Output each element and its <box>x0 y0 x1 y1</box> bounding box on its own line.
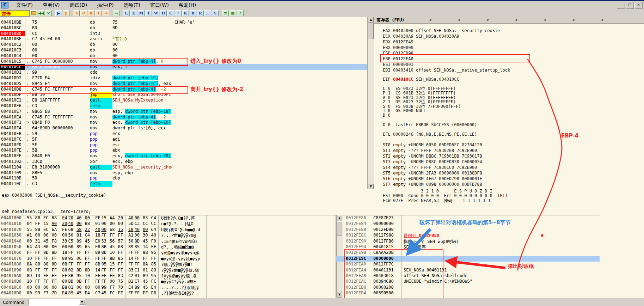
disassembly-pane[interactable]: 004010BB75db75CHAR 'u'004010BCBDdbBD0040… <box>0 17 368 189</box>
disasm-row[interactable]: 004010BE.C7 45 E4 00ascii"苔?,0 <box>0 36 368 42</box>
disasm-row[interactable]: 0040110B.5Dpopebp <box>0 176 368 181</box>
disasm-row[interactable]: 004010FD.5Epopesi <box>0 142 368 148</box>
restart-icon[interactable]: ◀◀ <box>38 10 44 16</box>
stack-row[interactable]: 0012FEB400390500 <box>336 290 600 296</box>
dump-row[interactable]: 0040101004FF15A0204000B8010000005DC3CCCC… <box>0 221 336 227</box>
pause-icon[interactable]: || <box>63 10 69 16</box>
chevron-down-icon[interactable]: ▼ <box>79 299 85 305</box>
disasm-row[interactable]: 004010FC.5Fpopedi <box>0 137 368 142</box>
disasm-row[interactable]: 004010D1.99cdq <box>0 70 368 75</box>
toolbar-letter-...[interactable]: ... <box>204 10 211 16</box>
step-over-icon[interactable]: ↵ <box>80 10 87 16</box>
step-into-icon[interactable]: ↴ <box>73 10 80 16</box>
go-to-icon[interactable]: → <box>113 10 119 16</box>
log-options-icon[interactable]: ≡ <box>222 10 229 16</box>
toolbar-letter-S[interactable]: S <box>212 10 219 16</box>
minimize-button[interactable]: _ <box>617 2 625 9</box>
chevron-left-icon[interactable]: < <box>486 18 489 23</box>
stack-row[interactable]: 0012FE98C8AAA2DB <box>336 250 600 256</box>
stack-row[interactable]: 0012FEA00012FF7C <box>336 262 600 267</box>
toolbar-letter-B[interactable]: B <box>190 10 196 16</box>
menu-item-文[interactable]: 文件(F) <box>11 1 38 9</box>
dump-row[interactable]: 004010900BFFFFFF88028B8D14FFFFFF83C10189… <box>0 268 336 273</box>
scroll-up-icon[interactable]: ▲ <box>368 17 374 23</box>
stack-row[interactable]: 0012FE900012FFB0指向下一个 SEH 记录的指针 <box>336 239 600 244</box>
menu-item-调[interactable]: 调试(D) <box>65 1 92 9</box>
toolbar-letter-M[interactable]: M <box>138 10 145 16</box>
dump-row[interactable]: 004010A08D14FFFFFF8B9510FFFFFF83C2018995… <box>0 273 336 279</box>
dump-row[interactable]: 0040107010FFFFFF89950CFFFFFF8B8514FFFFFF… <box>0 256 336 262</box>
disasm-row[interactable]: 00401109.8BE5movesp, ebp <box>0 170 368 176</box>
menu-item-查[interactable]: 查看(V) <box>38 1 65 9</box>
trace-into-icon[interactable]: ⇊ <box>88 10 94 16</box>
appearance-icon[interactable]: ▦ <box>229 10 236 16</box>
scroll-down-icon[interactable]: ▼ <box>368 184 374 189</box>
disasm-row[interactable]: 004010C400db00 <box>0 53 368 59</box>
dump-row[interactable]: 004010808A88888D0BFFFFFF8B9515FFFFFF8A85… <box>0 262 336 267</box>
dump-row[interactable]: 00401000558BEC68F4204000FF15A420400083C4… <box>0 215 336 221</box>
disasm-row[interactable]: 004010F1>8B4D F0movecx, dword ptr [ebp-1… <box>0 120 368 126</box>
menu-item-帮[interactable]: 帮助(H) <box>174 1 201 9</box>
disasm-row[interactable]: 004010D8.C745 FC FEFFFFFFmovdword ptr [e… <box>0 87 368 92</box>
stack-row[interactable]: 0012FE880012FD98 <box>336 227 600 233</box>
disasm-row[interactable]: 004010FF.8B4D E0movecx, dword ptr [ebp-2… <box>0 153 368 159</box>
column-divider[interactable] <box>174 17 174 189</box>
run-icon[interactable]: ▶ <box>55 10 62 16</box>
disasm-row[interactable]: 004010FE.5Bpopebx <box>0 148 368 153</box>
stack-row[interactable]: 0012FEAC00394C80UNICODE "windir=C:\WINDO… <box>336 279 600 284</box>
disasm-row[interactable]: 004010C5.C745 FC 00000000movdword ptr [e… <box>0 59 368 65</box>
toolbar-letter-H[interactable]: H <box>160 10 167 16</box>
dump-row[interactable]: 004010D00099F77DE48945E4C745FCFEFFFFFFEB… <box>0 290 336 296</box>
disasm-row[interactable]: 004010E6.C3retn <box>0 103 368 109</box>
stack-row[interactable]: 0012FEA800403018offset SEH_NOSa.shellcod… <box>336 273 600 279</box>
stack-row[interactable]: 0012FE8C0012F988返回到 0012F988 <box>336 233 600 238</box>
dump-row[interactable]: 00401030A1000000005081C418FFFFFFA1003040… <box>0 233 336 238</box>
column-divider[interactable] <box>25 17 25 189</box>
close-process-icon[interactable]: × <box>45 10 52 16</box>
toolbar-letter-/[interactable]: / <box>175 10 182 16</box>
stack-row[interactable]: 0012FEB000000208 <box>336 285 600 290</box>
trace-over-icon[interactable]: ↓ <box>95 10 102 16</box>
run-to-return-icon[interactable]: → <box>103 10 109 16</box>
dump-row[interactable]: 00401040003145F833C58945E0535657508D45F0… <box>0 239 336 244</box>
chevron-left-icon[interactable]: < <box>601 18 603 23</box>
disasm-row[interactable]: 004010BDCCint3 <box>0 31 368 37</box>
dump-row[interactable]: 004010B010FFFFFF80BD0BFFFFFF0075D2C745FC… <box>0 279 336 284</box>
disasm-row[interactable]: 004010EA.C745 FC FEFFFFFFmovdword ptr [e… <box>0 115 368 120</box>
dump-row[interactable]: 004010C000000000B80100000099F77DE48945E4… <box>0 285 336 290</box>
disasm-row[interactable]: 004010D2.F77D E4idivdword ptr [ebp-1C] <box>0 75 368 81</box>
disasm-row[interactable]: 004010BB75db75CHAR 'u' <box>0 20 368 25</box>
disasm-row[interactable]: 004010E7.8B65 E8movesp, dword ptr [ebp-1… <box>0 109 368 115</box>
toolbar-letter-R[interactable]: R <box>197 10 204 16</box>
chevron-left-icon[interactable]: < <box>515 18 517 23</box>
disasm-row[interactable]: 00401102.33CDxorecx, ebp <box>0 159 368 165</box>
disasm-row[interactable]: 004010FB.59popecx <box>0 131 368 137</box>
stack-row[interactable]: 0012FE9C00000000 <box>336 256 600 262</box>
chevron-left-icon[interactable]: < <box>458 18 460 23</box>
stack-row[interactable]: 0012FEA400401131SEH_NOSa.00401131 <box>336 268 600 273</box>
chevron-left-icon[interactable]: < <box>544 18 546 23</box>
disasm-row[interactable]: 004010C200db00 <box>0 42 368 48</box>
close-button[interactable]: × <box>634 2 643 9</box>
disasm-row[interactable]: 004010CC.B8 01000000moveax, 1 <box>0 64 368 70</box>
menu-item-选[interactable]: 选项(T) <box>119 1 145 9</box>
app-icon[interactable]: C <box>1 2 8 8</box>
disasm-row[interactable]: 00401104.E8 31000000callSEH_NOSa.__secur… <box>0 165 368 170</box>
dump-row[interactable]: 00401060FFFF8D8D18FFFFFF898D10FFFFFF8B95… <box>0 250 336 256</box>
restore-button[interactable]: □ <box>626 2 634 9</box>
disasm-row[interactable]: 004010DF.ˇEB 10jmpshort SEH_NOSa.004010F… <box>0 92 368 98</box>
hex-dump-pane[interactable]: 00401000558BEC68F4204000FF15A420400083C4… <box>0 215 336 298</box>
column-divider[interactable] <box>90 17 90 189</box>
menu-item-插[interactable]: 插件(P) <box>92 1 118 9</box>
help-question-icon[interactable]: ? <box>237 10 244 16</box>
chevron-left-icon[interactable]: < <box>572 18 575 23</box>
disasm-row[interactable]: 004010F4.64:890D 00000000movdword ptr fs… <box>0 126 368 131</box>
chevron-left-icon[interactable]: < <box>429 18 431 23</box>
toolbar-letter-W[interactable]: W <box>153 10 159 16</box>
disasm-row[interactable]: 004010D5.8945 E4movdword ptr [ebp-1C], e… <box>0 81 368 87</box>
registers-chevron-buttons[interactable]: <<<<<<< <box>429 18 603 23</box>
toolbar-letter-T[interactable]: T <box>145 10 152 16</box>
toolbar-letter-C[interactable]: C <box>167 10 174 16</box>
stack-row[interactable]: 0012FE9400401815SE处理程序 <box>336 244 600 250</box>
menu-item-窗[interactable]: 窗口(W) <box>145 1 174 9</box>
